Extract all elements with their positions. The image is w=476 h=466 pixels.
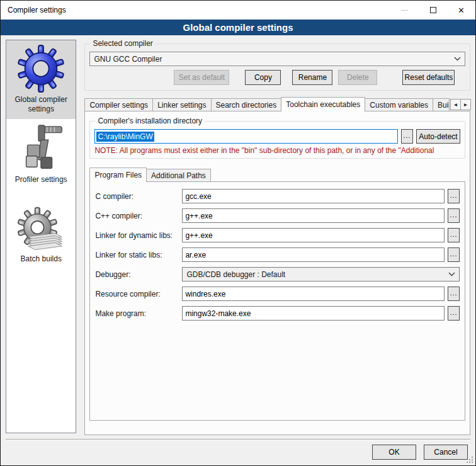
installation-directory-group: Compiler's installation directory C:\ray… — [89, 121, 465, 159]
selected-path-text: C:\raylib\MinGW — [96, 132, 154, 142]
auto-detect-button[interactable]: Auto-detect — [416, 129, 460, 144]
footer-buttons: OK Cancel — [1, 440, 475, 460]
cpp-compiler-row: C++ compiler: ... — [95, 208, 460, 223]
maximize-icon — [430, 7, 436, 13]
window-title: Compiler settings — [1, 6, 390, 14]
cpp-compiler-label: C++ compiler: — [95, 212, 182, 220]
toolchain-executables-page: Compiler's installation directory C:\ray… — [84, 111, 470, 435]
maximize-button[interactable] — [419, 1, 447, 20]
sidebar-item-label: Batch builds — [8, 254, 74, 264]
dynamic-linker-browse-button[interactable]: ... — [448, 228, 460, 242]
tab-strip: Compiler settings Linker settings Search… — [84, 97, 470, 111]
tab-scroll-buttons: ◄ ► — [450, 99, 470, 110]
tab-program-files[interactable]: Program Files — [89, 168, 147, 182]
tab-linker-settings[interactable]: Linker settings — [152, 98, 211, 111]
program-files-page: C compiler: ... C++ compiler: ... Linker — [89, 181, 465, 421]
dynamic-linker-label: Linker for dynamic libs: — [95, 231, 182, 240]
compiler-select[interactable]: GNU GCC Compiler — [89, 52, 465, 66]
dynamic-linker-input[interactable] — [182, 228, 445, 242]
debugger-select-value: GDB/CDB debugger : Default — [186, 270, 448, 279]
resize-grip[interactable] — [472, 462, 473, 463]
browse-directory-button[interactable]: ... — [401, 129, 413, 144]
cpp-compiler-browse-button[interactable]: ... — [448, 208, 460, 223]
tab-build-options-clipped[interactable]: Build — [433, 98, 450, 111]
resource-compiler-browse-button[interactable]: ... — [448, 287, 460, 301]
resource-compiler-input[interactable] — [182, 287, 445, 301]
c-compiler-label: C compiler: — [95, 192, 182, 201]
inner-tab-strip: Program Files Additional Paths — [89, 168, 465, 181]
ok-button[interactable]: OK — [372, 445, 416, 460]
compiler-settings-dialog: Compiler settings ✕ Global compiler sett… — [0, 0, 476, 466]
static-linker-browse-button[interactable]: ... — [448, 247, 460, 262]
rename-button[interactable]: Rename — [292, 70, 332, 85]
minimize-button[interactable] — [390, 1, 419, 20]
minimize-icon — [401, 10, 408, 11]
close-button[interactable]: ✕ — [447, 1, 475, 20]
installation-directory-row: C:\raylib\MinGW ... Auto-detect — [94, 129, 460, 144]
chevron-down-icon — [454, 57, 461, 61]
window-controls: ✕ — [390, 1, 475, 20]
debugger-label: Debugger: — [95, 270, 182, 279]
compiler-select-value: GNU GCC Compiler — [94, 55, 454, 64]
arrow-left-icon: ◄ — [453, 102, 458, 108]
titlebar: Compiler settings ✕ — [1, 1, 475, 20]
static-linker-label: Linker for static libs: — [95, 251, 182, 259]
static-linker-row: Linker for static libs: ... — [95, 247, 460, 262]
debugger-row: Debugger: GDB/CDB debugger : Default — [95, 267, 460, 281]
program-files-tab-control: Program Files Additional Paths C compile… — [89, 168, 465, 421]
c-compiler-browse-button[interactable]: ... — [448, 189, 460, 203]
settings-category-list: Global compiler settings — [6, 40, 76, 433]
sidebar-item-label: Profiler settings — [8, 175, 74, 185]
sidebar-item-profiler-settings[interactable]: Profiler settings — [6, 119, 76, 190]
compiler-buttons-row: Set as default Copy Rename Delete Reset … — [89, 70, 465, 85]
debugger-select[interactable]: GDB/CDB debugger : Default — [182, 267, 460, 281]
c-compiler-row: C compiler: ... — [95, 189, 460, 203]
delete-button[interactable]: Delete — [338, 70, 377, 85]
sidebar-item-batch-builds[interactable]: Batch builds — [6, 202, 76, 269]
resource-compiler-label: Resource compiler: — [95, 290, 182, 298]
group-label: Compiler's installation directory — [95, 116, 205, 125]
cancel-button[interactable]: Cancel — [424, 445, 468, 460]
batch-builds-icon — [16, 206, 65, 253]
tab-additional-paths[interactable]: Additional Paths — [146, 169, 211, 181]
close-icon: ✕ — [458, 6, 465, 14]
tab-search-directories[interactable]: Search directories — [211, 98, 282, 111]
tab-custom-variables[interactable]: Custom variables — [365, 98, 433, 111]
gear-blue-icon — [16, 44, 65, 93]
make-program-input[interactable] — [182, 306, 445, 321]
tab-scroll-right-button[interactable]: ► — [460, 99, 471, 110]
cpp-compiler-input[interactable] — [182, 208, 445, 223]
dialog-body: Global compiler settings — [1, 35, 475, 439]
dynamic-linker-row: Linker for dynamic libs: ... — [95, 228, 460, 242]
selected-compiler-group: Selected compiler GNU GCC Compiler Set a… — [84, 43, 470, 91]
profiler-icon — [16, 123, 65, 173]
reset-defaults-button[interactable]: Reset defaults — [402, 70, 455, 85]
make-program-browse-button[interactable]: ... — [448, 306, 460, 321]
sidebar-item-global-compiler-settings[interactable]: Global compiler settings — [6, 40, 76, 119]
bin-subdirectory-note: NOTE: All programs must exist either in … — [94, 146, 460, 155]
tab-toolchain-executables[interactable]: Toolchain executables — [281, 97, 365, 111]
arrow-right-icon: ► — [463, 102, 468, 108]
chevron-down-icon — [448, 272, 455, 276]
tab-compiler-settings[interactable]: Compiler settings — [84, 98, 153, 111]
installation-directory-input[interactable]: C:\raylib\MinGW — [94, 129, 398, 144]
tab-scroll-left-button[interactable]: ◄ — [450, 99, 461, 110]
dialog-header: Global compiler settings — [1, 20, 475, 35]
group-label: Selected compiler — [90, 39, 155, 48]
make-program-row: Make program: ... — [95, 306, 460, 321]
copy-button[interactable]: Copy — [245, 70, 281, 85]
static-linker-input[interactable] — [182, 247, 445, 262]
make-program-label: Make program: — [95, 309, 182, 318]
main-panel: Selected compiler GNU GCC Compiler Set a… — [84, 40, 470, 439]
set-as-default-button[interactable]: Set as default — [174, 70, 229, 85]
resource-compiler-row: Resource compiler: ... — [95, 287, 460, 301]
c-compiler-input[interactable] — [182, 189, 445, 203]
settings-tab-control: Compiler settings Linker settings Search… — [84, 97, 470, 435]
sidebar-item-label: Global compiler settings — [8, 95, 74, 114]
